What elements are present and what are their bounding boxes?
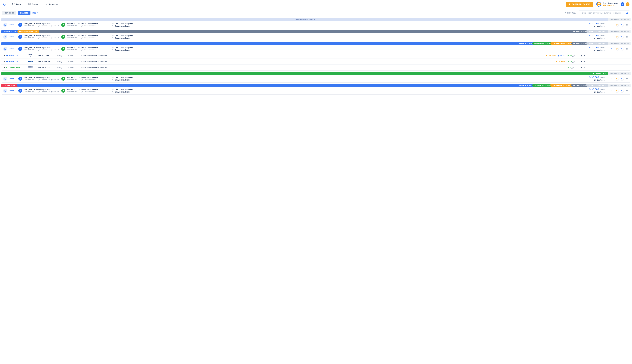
user-block[interactable]: Иван Ивановичус ООО Компания: [603, 2, 618, 6]
carrier-logo: ADMIRALCONTAINER LINES INC: [26, 54, 35, 57]
view-button[interactable]: [620, 76, 624, 81]
filter-draft[interactable]: ЧЕРНОВИК: [2, 11, 16, 15]
status-segment: ЗАВЕРШЕНЫ: 1 ИЗ 3: [532, 42, 552, 45]
row-status-icon[interactable]: [3, 47, 7, 51]
load-location: Загрузкаг. Ивано-Франковск 3/09/20 18:00…: [24, 35, 60, 39]
svg-marker-0: [12, 3, 15, 5]
container-type: 40'HQ: [57, 54, 64, 56]
status-segment: ПРЕМОДЕРАЦИЯ: 3 ИЗ 3: [586, 42, 608, 45]
svg-point-14: [626, 12, 628, 14]
filter-inwork[interactable]: В РАБОТЕ: [18, 11, 30, 15]
order-id[interactable]: 98765: [9, 48, 16, 50]
load-icon: [18, 23, 22, 27]
expand-toggle[interactable]: [609, 89, 614, 92]
expand-toggle[interactable]: [609, 47, 614, 50]
price-block: $ 30 000 / макс. $ 1 500 / мин.: [586, 46, 605, 51]
unload-location: Выгрузкаг. Каменец-Подольский 6/09/20 18…: [67, 35, 110, 39]
add-order-button[interactable]: ДОБАВИТЬ ЗАЯВКУ: [566, 2, 593, 7]
order-row-body: 98765 Загрузкаг. Ивано-Франковск 3/09/20…: [2, 87, 630, 94]
svg-rect-29: [626, 24, 628, 26]
svg-point-53: [621, 49, 622, 49]
svg-point-92: [621, 90, 622, 91]
expand-toggle[interactable]: [609, 77, 614, 80]
row-status-icon[interactable]: [3, 76, 7, 81]
unload-location: Выгрузкаг. Каменец-Подольский 6/09/20 18…: [67, 22, 110, 27]
order-card: ЗАВЕРШЕНЫ: 1 ИЗ 3ОБНОВЛЕНО: 14.09.2020 9…: [1, 72, 631, 82]
copy-button[interactable]: [625, 23, 629, 27]
svg-rect-95: [622, 90, 622, 90]
edit-button[interactable]: [615, 23, 619, 27]
company-block: ООО «Альфа-Транс» Владимир Ленин: [112, 88, 134, 93]
settings-button[interactable]: [620, 2, 624, 6]
view-button[interactable]: [620, 88, 624, 93]
order-id[interactable]: 98765: [9, 90, 16, 92]
expand-toggle[interactable]: [609, 23, 614, 26]
building-icon: [112, 88, 114, 90]
svg-point-10: [622, 4, 623, 4]
bell-icon[interactable]: [2, 2, 6, 6]
svg-rect-45: [112, 47, 113, 48]
order-card: ПРОСРОЧЕНА: 1В РАБОТЕ: 2 ИЗ 3ЗАВЕРШЕНЫ: …: [1, 84, 631, 94]
svg-rect-83: [626, 78, 628, 79]
view-button[interactable]: [620, 47, 624, 51]
person-icon: [112, 79, 114, 81]
help-button[interactable]: ?: [626, 2, 630, 6]
building-icon: [112, 22, 114, 24]
status-bar: В РАБОТЕ: 1 ИЗ 3ПОДТВЕРЖДЕНЫ: 1 ИЗ 3МЕТЧ…: [2, 30, 630, 33]
svg-rect-56: [622, 48, 622, 49]
svg-rect-81: [622, 78, 622, 78]
copy-button[interactable]: [625, 76, 629, 81]
row-status-icon[interactable]: [3, 23, 7, 27]
expand-toggle[interactable]: [609, 35, 614, 38]
row-status-icon[interactable]: [3, 88, 7, 93]
order-id[interactable]: 98765: [9, 24, 16, 26]
edit-button[interactable]: [615, 47, 619, 51]
svg-point-52: [112, 50, 113, 50]
load-icon: [18, 35, 22, 39]
row-status-icon[interactable]: [3, 35, 7, 39]
order-id[interactable]: 98765: [9, 78, 16, 80]
person-icon: [112, 91, 114, 93]
svg-line-15: [627, 14, 628, 14]
svg-rect-55: [621, 48, 622, 49]
svg-rect-28: [622, 24, 622, 25]
edit-button[interactable]: [615, 88, 619, 93]
load-location: Загрузкаг. Ивано-Франковск 3/09/20 18:00…: [24, 88, 60, 93]
svg-rect-66: [556, 61, 556, 62]
filter-all[interactable]: ВСЕ: [32, 12, 38, 14]
status-bar: В РАБОТЕ: 2 ИЗ 3ЗАВЕРШЕНЫ: 1 ИЗ 3ПОДТВЕР…: [2, 42, 630, 45]
copy-button[interactable]: [625, 35, 629, 39]
status-segment: ПРЕМОДЕРАЦИЯ: 10 ИЗ 20: [2, 18, 608, 21]
load-icon: [18, 47, 22, 51]
svg-rect-70: [112, 76, 113, 78]
svg-point-91: [112, 91, 113, 92]
view-button[interactable]: [620, 35, 624, 39]
avatar[interactable]: [596, 2, 601, 6]
container-price: $ 1 500: [581, 54, 591, 56]
order-id[interactable]: 98765: [9, 36, 16, 38]
edit-button[interactable]: [615, 76, 619, 81]
building-icon: [112, 47, 114, 48]
edit-button[interactable]: [615, 35, 619, 39]
containers-list: 1. В РАБОТЕ ADMIRALCONTAINER LINES INC M…: [2, 52, 630, 70]
status-segment: ПРОСРОЧЕНА: 1: [2, 84, 18, 87]
copy-button[interactable]: [625, 88, 629, 93]
nav-map[interactable]: Карта: [12, 0, 22, 8]
order-card: В РАБОТЕ: 1 ИЗ 3ПОДТВЕРЖДЕНЫ: 1 ИЗ 3МЕТЧ…: [1, 30, 631, 41]
nav-orders[interactable]: Заявки: [27, 0, 39, 8]
status-bar: ПРОСРОЧЕНА: 1В РАБОТЕ: 2 ИЗ 3ЗАВЕРШЕНЫ: …: [2, 84, 630, 87]
nav-quotes[interactable]: Котировки: [44, 0, 59, 8]
svg-rect-27: [622, 24, 622, 25]
order-row-body: 98765 Загрузкаг. Ивано-Франковск 3/09/20…: [2, 75, 630, 82]
status-segment: МЕТЧИНГ: 3 ИЗ 3: [571, 84, 588, 87]
svg-rect-82: [622, 78, 622, 78]
svg-rect-16: [112, 23, 113, 24]
status-segment: ЗАВЕРШЕНЫ: 1 ИЗ 3: [532, 84, 552, 87]
search-box[interactable]: [579, 10, 630, 16]
help-link[interactable]: ПОМОЩЬ: [564, 12, 576, 14]
view-button[interactable]: [620, 23, 624, 27]
copy-button[interactable]: [625, 47, 629, 51]
unload-icon: [61, 76, 65, 81]
svg-rect-80: [621, 78, 622, 78]
search-input[interactable]: [581, 12, 624, 14]
